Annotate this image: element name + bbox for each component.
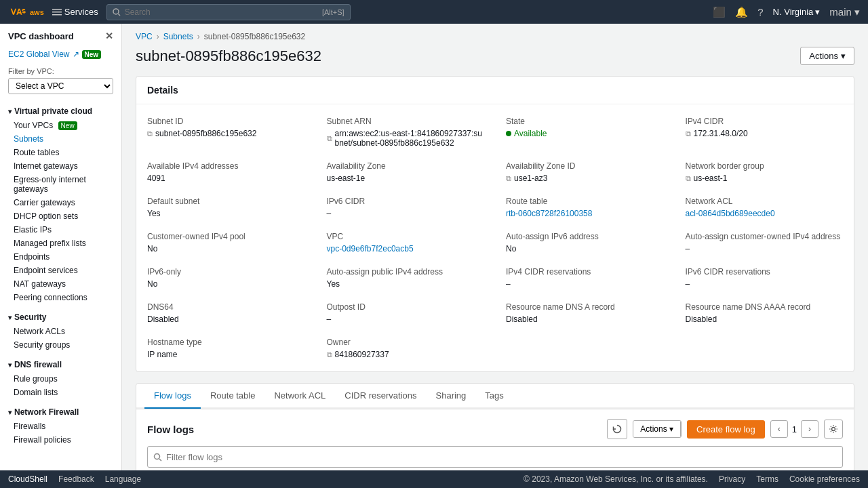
terms-link[interactable]: Terms: [756, 474, 778, 484]
search-input[interactable]: [125, 7, 318, 17]
tab-sharing[interactable]: Sharing: [427, 384, 476, 409]
detail-ipv6-only: IPv6-only No: [136, 260, 316, 296]
tab-tags[interactable]: Tags: [475, 384, 513, 409]
copy-icon[interactable]: ⧉: [506, 174, 511, 183]
next-page-button[interactable]: ›: [801, 420, 818, 438]
sidebar-item-your-vpcs[interactable]: Your VPCs New: [0, 119, 121, 132]
notification-icon[interactable]: 🔔: [735, 6, 748, 18]
copy-icon[interactable]: ⧉: [147, 129, 153, 138]
sidebar-item-subnets[interactable]: Subnets: [0, 132, 121, 146]
detail-available-ipv4: Available IPv4 addresses 4091: [136, 155, 316, 190]
svg-line-4: [118, 14, 120, 16]
page-title: subnet-0895fb886c195e632: [136, 47, 321, 65]
sidebar-section-security: ▾ Security Network ACLs Security groups: [0, 306, 121, 353]
table-settings-button[interactable]: [824, 420, 843, 439]
sidebar-section-vpc: ▾ Virtual private cloud Your VPCs New Su…: [0, 100, 121, 306]
sidebar-item-domain-lists[interactable]: Domain lists: [0, 386, 121, 399]
sidebar-section-header-network-firewall[interactable]: ▾ Network Firewall: [0, 405, 121, 420]
help-icon[interactable]: ?: [757, 6, 763, 18]
copy-icon[interactable]: ⧉: [327, 350, 332, 359]
details-card-header: Details: [136, 77, 854, 104]
filter-vpc-label: Filter by VPC:: [8, 67, 113, 75]
sidebar-section-header-security[interactable]: ▾ Security: [0, 310, 121, 325]
detail-subnet-id: Subnet ID ⧉ subnet-0895fb886c195e632: [136, 110, 316, 155]
prev-page-button[interactable]: ‹: [770, 420, 788, 438]
copy-icon[interactable]: ⧉: [686, 129, 691, 138]
close-icon[interactable]: ✕: [105, 30, 113, 41]
actions-button[interactable]: Actions ▾: [800, 47, 854, 65]
language-link[interactable]: Language: [105, 474, 141, 484]
sidebar-item-nat-gateways[interactable]: NAT gateways: [0, 277, 121, 291]
bottom-bar: CloudShell Feedback Language © 2023, Ama…: [0, 470, 868, 488]
tab-route-table[interactable]: Route table: [201, 384, 265, 409]
detail-ipv4-cidr: IPv4 CIDR ⧉ 172.31.48.0/20: [675, 110, 854, 155]
sidebar-item-security-groups[interactable]: Security groups: [0, 338, 121, 352]
sidebar-item-carrier-gateways[interactable]: Carrier gateways: [0, 196, 121, 209]
sidebar-item-network-acls[interactable]: Network ACLs: [0, 325, 121, 338]
vpc-link[interactable]: vpc-0d9e6fb7f2ec0acb5: [327, 244, 414, 253]
sidebar-item-managed-prefix-lists[interactable]: Managed prefix lists: [0, 237, 121, 250]
copy-icon[interactable]: ⧉: [686, 174, 691, 183]
detail-route-table: Route table rtb-060c8728f26100358: [495, 190, 675, 225]
breadcrumb-vpc[interactable]: VPC: [136, 32, 153, 41]
account-menu[interactable]: main ▾: [829, 6, 860, 18]
flow-logs-filter-input[interactable]: [166, 452, 837, 462]
sidebar-section-header-vpc[interactable]: ▾ Virtual private cloud: [0, 104, 121, 119]
sidebar-title: VPC dashboard: [8, 31, 74, 41]
sidebar-item-egress-internet-gateways[interactable]: Egress-only internet gateways: [0, 173, 121, 196]
detail-ipv6-cidr: IPv6 CIDR –: [316, 190, 496, 225]
detail-auto-assign-ipv6: Auto-assign IPv6 address No: [495, 225, 675, 260]
cloudshell-link[interactable]: CloudShell: [8, 474, 47, 484]
services-button[interactable]: Services: [52, 7, 98, 17]
sidebar-ec2-link[interactable]: EC2 Global View ↗ New: [0, 47, 121, 64]
sidebar-item-rule-groups[interactable]: Rule groups: [0, 372, 121, 386]
copy-icon[interactable]: ⧉: [327, 134, 332, 143]
aws-logo[interactable]: aws: [8, 6, 44, 18]
sidebar-item-endpoints[interactable]: Endpoints: [0, 250, 121, 264]
sidebar-item-firewalls[interactable]: Firewalls: [0, 420, 121, 433]
sidebar-header: VPC dashboard ✕: [0, 24, 121, 47]
breadcrumb-subnets[interactable]: Subnets: [163, 32, 193, 41]
tab-network-acl[interactable]: Network ACL: [264, 384, 335, 409]
flow-logs-search: [147, 446, 843, 468]
sidebar-item-elastic-ips[interactable]: Elastic IPs: [0, 223, 121, 237]
network-acl-link[interactable]: acl-0864d5bd689eecde0: [686, 209, 775, 218]
refresh-button[interactable]: [607, 419, 627, 439]
filter-vpc-select[interactable]: Select a VPC: [8, 78, 113, 94]
detail-state: State Available: [495, 110, 675, 155]
page-header: subnet-0895fb886c195e632 Actions ▾: [122, 47, 868, 76]
cookie-preferences-link[interactable]: Cookie preferences: [789, 474, 860, 484]
flow-logs-title: Flow logs: [147, 424, 194, 435]
status-dot: [506, 131, 511, 136]
sidebar-item-route-tables[interactable]: Route tables: [0, 146, 121, 159]
detail-customer-ipv4-pool: Customer-owned IPv4 pool No: [136, 225, 316, 260]
flow-logs-header: Flow logs Actions ▾: [136, 409, 854, 446]
detail-ipv6-cidr-reservations: IPv6 CIDR reservations –: [675, 260, 854, 296]
region-selector[interactable]: N. Virginia ▾: [773, 7, 821, 17]
sidebar-item-internet-gateways[interactable]: Internet gateways: [0, 159, 121, 173]
tab-cidr-reservations[interactable]: CIDR reservations: [335, 384, 426, 409]
pagination: ‹ 1 ›: [770, 420, 818, 438]
sidebar-item-firewall-policies[interactable]: Firewall policies: [0, 433, 121, 447]
detail-auto-assign-public-ipv4: Auto-assign public IPv4 address Yes: [316, 260, 496, 296]
route-table-link[interactable]: rtb-060c8728f26100358: [506, 209, 592, 218]
sidebar-item-dhcp-option-sets[interactable]: DHCP option sets: [0, 209, 121, 223]
tab-flow-logs[interactable]: Flow logs: [144, 384, 201, 409]
sidebar-item-peering-connections[interactable]: Peering connections: [0, 291, 121, 304]
filter-vpc: Filter by VPC: Select a VPC: [0, 64, 121, 100]
chevron-down-icon: ▾: [8, 314, 12, 321]
svg-rect-2: [52, 14, 62, 16]
sidebar-section-header-dns[interactable]: ▾ DNS firewall: [0, 357, 121, 372]
create-flow-log-button[interactable]: Create flow log: [687, 420, 765, 439]
details-card: Details Subnet ID ⧉ subnet-0895fb886c195…: [136, 76, 854, 372]
actions-dropdown-button[interactable]: Actions ▾: [633, 421, 681, 437]
details-grid: Subnet ID ⧉ subnet-0895fb886c195e632 Sub…: [136, 104, 854, 371]
feedback-link[interactable]: Feedback: [58, 474, 94, 484]
svg-line-7: [159, 459, 161, 461]
privacy-link[interactable]: Privacy: [719, 474, 745, 484]
chevron-down-icon: ▾: [8, 108, 12, 115]
detail-dns64: DNS64 Disabled: [136, 296, 316, 331]
search-hint: [Alt+S]: [322, 8, 344, 16]
sidebar-item-endpoint-services[interactable]: Endpoint services: [0, 264, 121, 277]
cloud-icon[interactable]: ⬛: [713, 6, 726, 18]
